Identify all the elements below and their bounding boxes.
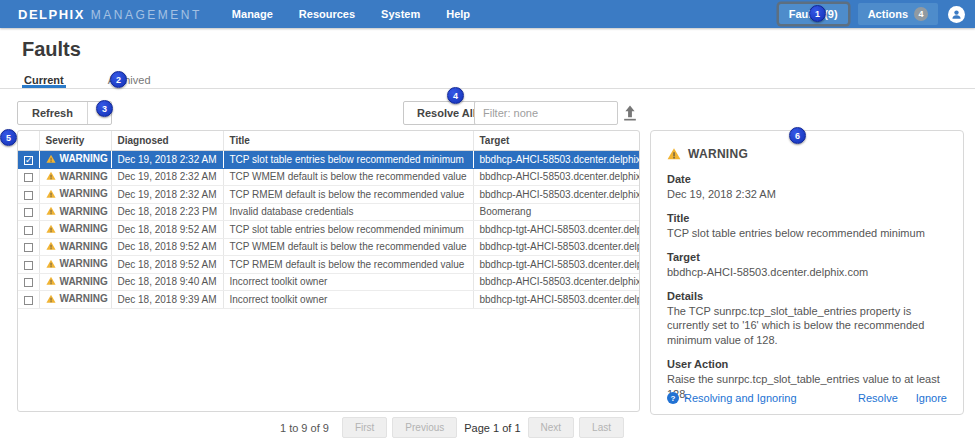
refresh-button[interactable]: Refresh [18,102,87,124]
tab-current[interactable]: Current [22,74,66,88]
diagnosed-cell: Dec 18, 2018 9:52 AM [111,256,223,274]
detail-field: Target bbdhcp-AHCI-58503.dcenter.delphix… [667,251,947,280]
help-icon: ? [667,392,679,404]
row-checkbox[interactable] [24,173,33,182]
warning-icon [46,206,56,216]
diagnosed-cell: Dec 18, 2018 9:52 AM [111,238,223,256]
menu-system[interactable]: System [381,8,420,20]
tab-bar: Current Archived [0,74,975,89]
title-cell: TCP WMEM default is below the recommende… [223,238,473,256]
table-row[interactable]: WARNING Dec 19, 2018 2:32 AM TCP RMEM de… [18,186,639,204]
callout-badge-4: 4 [447,87,464,104]
header-checkbox-column [18,131,39,151]
faults-toolbar: Refresh ▾ Resolve All [17,101,958,125]
pagination-range: 1 to 9 of 9 [280,422,329,434]
menu-resources[interactable]: Resources [299,8,355,20]
detail-field: Date Dec 19, 2018 2:32 AM [667,173,947,202]
pagination-next-button[interactable]: Next [528,417,575,438]
faults-table-body: WARNING Dec 19, 2018 2:32 AM TCP slot ta… [18,151,639,309]
severity-cell: WARNING [60,206,108,217]
export-icon[interactable] [620,103,640,123]
detail-field: Details The TCP sunrpc.tcp_slot_table_en… [667,290,947,349]
row-checkbox[interactable] [24,208,33,217]
severity-cell: WARNING [60,223,108,234]
actions-button[interactable]: Actions 4 [858,3,938,25]
resolving-ignoring-help-link[interactable]: ? Resolving and Ignoring [667,392,797,404]
target-cell: bbdhcp-AHCI-58503.dcenter.delphix.com [473,273,639,291]
column-target[interactable]: Target [480,135,510,146]
warning-icon [46,154,56,164]
fault-severity-label: WARNING [688,147,748,161]
title-cell: TCP WMEM default is below the recommende… [223,168,473,186]
topbar-right: Faults (9) Actions 4 [779,3,965,25]
top-menu: Manage Resources System Help [232,8,470,20]
table-row[interactable]: WARNING Dec 18, 2018 2:23 PM Invalid dat… [18,203,639,221]
table-row[interactable]: WARNING Dec 18, 2018 9:52 AM TCP slot ta… [18,221,639,239]
warning-icon [46,276,56,286]
detail-field-value: bbdhcp-AHCI-58503.dcenter.delphix.com [667,265,947,280]
severity-cell: WARNING [60,171,108,182]
table-row[interactable]: WARNING Dec 18, 2018 9:52 AM TCP RMEM de… [18,256,639,274]
column-severity[interactable]: Severity [46,135,85,146]
user-profile-icon[interactable] [948,6,965,23]
diagnosed-cell: Dec 18, 2018 2:23 PM [111,203,223,221]
warning-icon [46,259,56,269]
pagination-previous-button[interactable]: Previous [392,417,457,438]
page-title: Faults [22,38,81,61]
detail-field: Title TCP slot table entries below recom… [667,212,947,241]
callout-badge-1: 1 [809,5,826,22]
callout-badge-3: 3 [96,100,113,117]
fault-detail-panel: WARNING Date Dec 19, 2018 2:32 AM Title … [650,130,964,415]
row-checkbox[interactable] [24,278,33,287]
detail-field-label: Date [667,173,947,185]
callout-badge-2: 2 [110,71,127,88]
column-title[interactable]: Title [230,135,250,146]
title-cell: TCP RMEM default is below the recommende… [223,256,473,274]
actions-count-badge: 4 [914,7,928,21]
table-row[interactable]: WARNING Dec 18, 2018 9:39 AM Incorrect t… [18,291,639,309]
menu-manage[interactable]: Manage [232,8,273,20]
brand-secondary: MANAGEMENT [91,8,202,22]
diagnosed-cell: Dec 18, 2018 9:40 AM [111,273,223,291]
menu-help[interactable]: Help [446,8,470,20]
footer-actions: Resolve Ignore [858,392,947,404]
row-checkbox[interactable] [24,191,33,200]
fault-detail-header: WARNING [667,147,947,161]
ignore-link[interactable]: Ignore [916,392,947,404]
filter-input[interactable] [474,101,618,125]
resolve-link[interactable]: Resolve [858,392,898,404]
severity-cell: WARNING [60,293,108,304]
faults-table-header: Severity Diagnosed Title Target [18,131,639,151]
callout-badge-5: 5 [0,129,17,146]
faults-page: DELPHIX MANAGEMENT Manage Resources Syst… [0,0,975,441]
diagnosed-cell: Dec 18, 2018 9:52 AM [111,221,223,239]
top-navigation-bar: DELPHIX MANAGEMENT Manage Resources Syst… [0,0,975,28]
detail-field-label: Details [667,290,947,302]
diagnosed-cell: Dec 19, 2018 2:32 AM [111,151,223,169]
table-row[interactable]: WARNING Dec 18, 2018 9:40 AM Incorrect t… [18,273,639,291]
row-checkbox[interactable] [24,243,33,252]
target-cell: bbdhcp-tgt-AHCI-58503.dcenter.delphix.co… [473,291,639,309]
target-cell: bbdhcp-tgt-AHCI-58503.dcenter.delphix.co… [473,221,639,239]
row-checkbox[interactable] [24,156,33,165]
person-icon [950,8,963,21]
diagnosed-cell: Dec 18, 2018 9:39 AM [111,291,223,309]
callout-badge-6: 6 [789,127,806,144]
row-checkbox[interactable] [24,226,33,235]
title-cell: Incorrect toolkit owner [223,291,473,309]
warning-icon [46,241,56,251]
target-cell: Boomerang [473,203,639,221]
warning-icon [46,189,56,199]
row-checkbox[interactable] [24,261,33,270]
target-cell: bbdhcp-tgt-AHCI-58503.dcenter.delphix.co… [473,238,639,256]
column-diagnosed[interactable]: Diagnosed [118,135,169,146]
warning-icon [46,224,56,234]
table-row[interactable]: WARNING Dec 18, 2018 9:52 AM TCP WMEM de… [18,238,639,256]
pagination-last-button[interactable]: Last [579,417,624,438]
pagination-first-button[interactable]: First [342,417,387,438]
title-cell: TCP RMEM default is below the recommende… [223,186,473,204]
warning-icon [46,294,56,304]
table-row[interactable]: WARNING Dec 19, 2018 2:32 AM TCP slot ta… [18,151,639,169]
table-row[interactable]: WARNING Dec 19, 2018 2:32 AM TCP WMEM de… [18,168,639,186]
row-checkbox[interactable] [24,296,33,305]
